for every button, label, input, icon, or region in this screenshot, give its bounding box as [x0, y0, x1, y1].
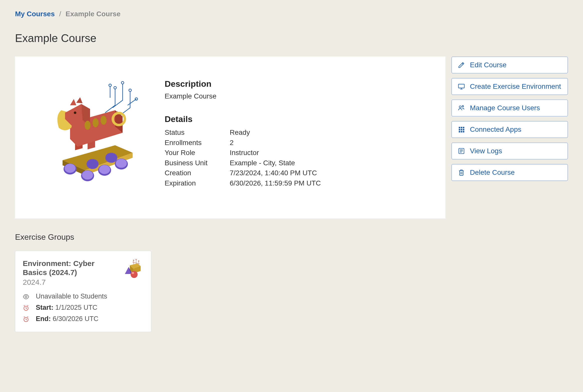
- eye-icon: [23, 294, 29, 300]
- svg-point-3: [109, 84, 111, 86]
- list-icon: [458, 148, 465, 154]
- svg-point-41: [132, 272, 134, 274]
- start-label: Start:: [36, 304, 54, 311]
- action-label: View Logs: [470, 147, 502, 155]
- users-icon: [458, 104, 465, 112]
- svg-point-26: [462, 106, 464, 107]
- svg-point-1: [121, 82, 124, 84]
- svg-point-21: [85, 121, 91, 130]
- edit-course-button[interactable]: Edit Course: [451, 56, 568, 74]
- actions-panel: Edit Course Create Exercise Environment …: [451, 56, 568, 181]
- geometric-shapes-icon: [119, 259, 144, 279]
- action-label: Create Exercise Environment: [470, 82, 561, 90]
- manage-course-users-button[interactable]: Manage Course Users: [451, 100, 568, 116]
- detail-your-role: Your Role Instructor: [165, 148, 433, 158]
- svg-point-14: [105, 153, 117, 163]
- detail-business-unit: Business Unit Example - City, State: [165, 158, 433, 168]
- svg-point-22: [93, 118, 99, 127]
- svg-point-8: [82, 170, 93, 180]
- action-label: Manage Course Users: [470, 104, 540, 112]
- end-text: End: 6/30/2026 UTC: [36, 315, 144, 323]
- action-label: Delete Course: [470, 168, 515, 176]
- detail-expiration: Expiration 6/30/2026, 11:59:59 PM UTC: [165, 178, 433, 188]
- course-image: [28, 72, 153, 186]
- detail-enrollments: Enrollments 2: [165, 138, 433, 148]
- breadcrumb: My Courses / Example Course: [15, 10, 568, 18]
- svg-point-6: [65, 164, 76, 173]
- pencil-icon: [458, 62, 465, 68]
- view-logs-button[interactable]: View Logs: [451, 142, 568, 160]
- detail-creation: Creation 7/23/2024, 1:40:40 PM UTC: [165, 168, 433, 178]
- breadcrumb-current: Example Course: [66, 10, 120, 18]
- description-heading: Description: [165, 79, 433, 89]
- end-value: 6/30/2026 UTC: [53, 315, 99, 322]
- detail-label: Expiration: [165, 178, 230, 188]
- svg-point-2: [129, 89, 131, 92]
- details-heading: Details: [165, 114, 433, 124]
- exercise-group-card[interactable]: Environment: Cyber Basics (2024.7) 2024.…: [15, 251, 151, 332]
- svg-point-0: [114, 86, 116, 89]
- svg-rect-32: [463, 129, 464, 130]
- alarm-clock-icon: [23, 316, 29, 322]
- svg-rect-34: [461, 131, 462, 132]
- exercise-title: Environment: Cyber Basics (2024.7): [23, 259, 115, 277]
- start-value: 1/1/2025 UTC: [55, 304, 97, 311]
- svg-rect-27: [459, 127, 460, 128]
- svg-rect-35: [463, 131, 464, 132]
- alarm-clock-icon: [23, 305, 29, 311]
- svg-rect-30: [459, 129, 460, 130]
- connected-apps-button[interactable]: Connected Apps: [451, 121, 568, 138]
- delete-course-button[interactable]: Delete Course: [451, 164, 568, 181]
- breadcrumb-separator: /: [59, 10, 61, 18]
- exercise-start-row: Start: 1/1/2025 UTC: [23, 304, 144, 312]
- trash-icon: [458, 169, 465, 176]
- svg-point-23: [101, 116, 107, 125]
- start-text: Start: 1/1/2025 UTC: [36, 304, 144, 312]
- grid-icon: [458, 126, 465, 133]
- end-label: End:: [36, 315, 51, 322]
- svg-rect-33: [459, 131, 460, 132]
- create-exercise-environment-button[interactable]: Create Exercise Environment: [451, 78, 568, 95]
- svg-point-42: [25, 296, 27, 298]
- exercise-end-row: End: 6/30/2026 UTC: [23, 315, 144, 323]
- detail-value: Instructor: [230, 148, 259, 158]
- detail-label: Enrollments: [165, 138, 230, 148]
- svg-point-13: [87, 159, 99, 169]
- exercise-availability-row: Unavailable to Students: [23, 292, 144, 300]
- svg-point-10: [99, 165, 110, 174]
- detail-label: Creation: [165, 168, 230, 178]
- trojan-horse-icon: [38, 75, 143, 183]
- svg-point-25: [459, 106, 461, 108]
- page-title: Example Course: [15, 32, 568, 44]
- svg-point-12: [116, 159, 127, 168]
- detail-label: Status: [165, 128, 230, 138]
- details-table: Status Ready Enrollments 2 Your Role Ins…: [165, 128, 433, 188]
- detail-value: 2: [230, 138, 234, 148]
- detail-value: 6/30/2026, 11:59:59 PM UTC: [230, 178, 321, 188]
- availability-text: Unavailable to Students: [36, 292, 144, 300]
- svg-rect-31: [461, 129, 462, 130]
- detail-value: 7/23/2024, 1:40:40 PM UTC: [230, 168, 317, 178]
- action-label: Connected Apps: [470, 126, 521, 134]
- svg-rect-24: [458, 84, 464, 88]
- svg-rect-29: [463, 127, 464, 128]
- breadcrumb-my-courses[interactable]: My Courses: [15, 10, 55, 18]
- svg-point-20: [74, 112, 76, 114]
- detail-label: Your Role: [165, 148, 230, 158]
- detail-value: Example - City, State: [230, 158, 295, 168]
- exercise-thumbnail: [119, 259, 144, 279]
- detail-label: Business Unit: [165, 158, 230, 168]
- description-text: Example Course: [165, 92, 433, 100]
- course-card: Description Example Course Details Statu…: [15, 56, 445, 218]
- action-label: Edit Course: [470, 61, 506, 69]
- monitor-icon: [458, 83, 465, 90]
- svg-point-40: [131, 271, 138, 278]
- detail-status: Status Ready: [165, 128, 433, 138]
- detail-value: Ready: [230, 128, 250, 138]
- exercise-groups-heading: Exercise Groups: [15, 232, 568, 242]
- svg-rect-28: [461, 127, 462, 128]
- exercise-version: 2024.7: [23, 278, 115, 286]
